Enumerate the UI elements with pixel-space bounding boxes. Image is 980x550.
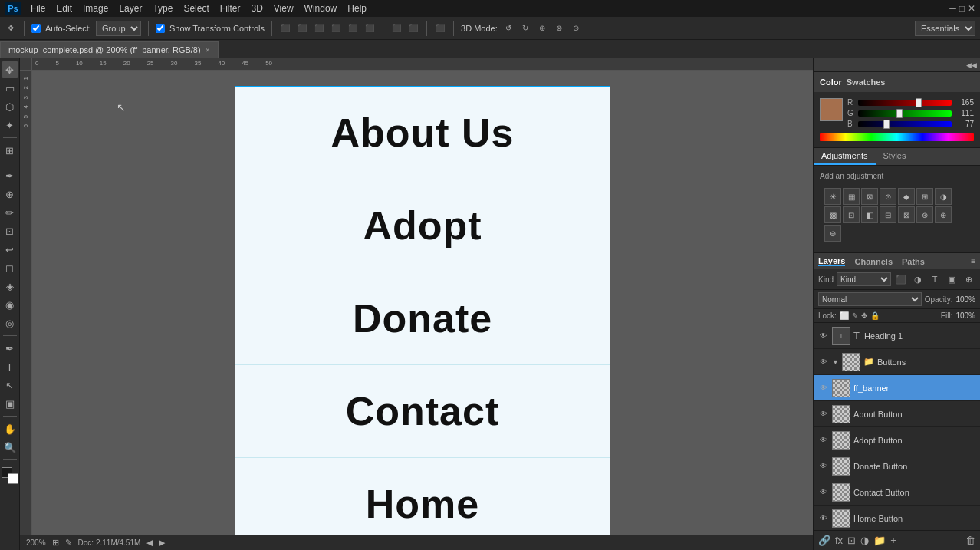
layer-vis-heading1[interactable]: 👁 — [818, 331, 829, 341]
maximize-btn[interactable]: □ — [959, 3, 965, 14]
main-color-swatch[interactable] — [820, 98, 843, 121]
styles-tab[interactable]: Styles — [876, 148, 914, 165]
lock-all-icon[interactable]: 🔒 — [870, 311, 880, 320]
r-slider[interactable] — [858, 100, 952, 106]
layer-vis-ff-banner[interactable]: 👁 — [818, 383, 829, 394]
tab-close-icon[interactable]: × — [206, 46, 210, 54]
filter-pixel-icon[interactable]: ⬛ — [894, 272, 908, 286]
adj-invert-icon[interactable]: ⊟ — [880, 206, 896, 223]
3d-rotate-icon[interactable]: ↺ — [502, 22, 515, 35]
3d-drag-icon[interactable]: ⊕ — [536, 22, 548, 35]
delete-layer-icon[interactable]: 🗑 — [965, 535, 975, 546]
menu-view[interactable]: View — [269, 2, 298, 15]
layer-fx-icon[interactable]: fx — [835, 535, 843, 546]
eyedropper-tool[interactable]: ✒ — [2, 167, 18, 184]
new-group-icon[interactable]: 📁 — [873, 535, 886, 546]
layer-vis-contact[interactable]: 👁 — [818, 487, 829, 498]
b-thumb[interactable] — [883, 120, 890, 129]
layer-vis-buttons[interactable]: 👁 — [818, 357, 829, 367]
prev-arrow[interactable]: ◀ — [146, 538, 153, 548]
adj-curves-icon[interactable]: ⊠ — [861, 188, 878, 205]
menu-type[interactable]: Type — [148, 2, 177, 15]
layer-vis-adopt[interactable]: 👁 — [818, 435, 829, 446]
adj-bw-icon[interactable]: ▩ — [824, 206, 841, 223]
adj-colorbalance-icon[interactable]: ◑ — [935, 188, 952, 205]
3d-roll-icon[interactable]: ↻ — [519, 22, 531, 35]
align-center-v-icon[interactable]: ⬛ — [347, 22, 359, 35]
filter-type-icon[interactable]: T — [928, 272, 942, 286]
adjustments-tab[interactable]: Adjustments — [814, 148, 876, 165]
hand-tool[interactable]: ✋ — [2, 420, 18, 437]
layer-ff-banner[interactable]: 👁 ff_banner — [814, 375, 980, 401]
type-tool[interactable]: T — [2, 358, 18, 375]
group-arrow-icon[interactable]: ▼ — [832, 358, 839, 366]
collapse-icon[interactable]: ◀◀ — [966, 61, 977, 69]
color-tab[interactable]: Color — [820, 77, 842, 87]
menu-window[interactable]: Window — [300, 2, 342, 15]
adj-exposure-icon[interactable]: ⊙ — [880, 188, 896, 205]
lock-image-icon[interactable]: ✎ — [852, 311, 858, 320]
b-slider[interactable] — [858, 121, 952, 127]
filter-adjust-icon[interactable]: ◑ — [911, 272, 925, 286]
status-icon-2[interactable]: ✎ — [65, 538, 72, 548]
g-thumb[interactable] — [896, 109, 903, 118]
menu-layer[interactable]: Layer — [114, 2, 146, 15]
dist-v-icon[interactable]: ⬛ — [407, 22, 419, 35]
auto-select-dropdown[interactable]: Group — [96, 21, 141, 36]
auto-select-checkbox[interactable] — [31, 24, 41, 33]
history-tool[interactable]: ↩ — [2, 241, 18, 258]
path-select-tool[interactable]: ↖ — [2, 377, 18, 394]
layer-link-icon[interactable]: 🔗 — [818, 535, 830, 546]
align-right-icon[interactable]: ⬛ — [313, 22, 325, 35]
menu-edit[interactable]: Edit — [51, 2, 77, 15]
brush-tool[interactable]: ✏ — [2, 204, 18, 221]
menu-filter[interactable]: Filter — [215, 2, 245, 15]
status-icon-1[interactable]: ⊞ — [52, 538, 59, 548]
adj-vibrance-icon[interactable]: ◆ — [898, 188, 915, 205]
lock-transparency-icon[interactable]: ⬜ — [840, 311, 849, 320]
add-mask-icon[interactable]: ⊡ — [847, 535, 856, 546]
menu-image[interactable]: Image — [78, 2, 113, 15]
layer-home-btn[interactable]: 👁 Home Button — [814, 506, 980, 530]
new-layer-icon[interactable]: + — [890, 535, 896, 546]
close-btn[interactable]: ✕ — [968, 3, 975, 14]
layer-vis-donate[interactable]: 👁 — [818, 461, 829, 472]
adj-photofilter-icon[interactable]: ⊡ — [843, 206, 860, 223]
next-arrow[interactable]: ▶ — [159, 538, 165, 548]
layers-panel-menu[interactable]: ≡ — [971, 257, 975, 265]
menu-help[interactable]: Help — [343, 2, 371, 15]
layer-vis-about[interactable]: 👁 — [818, 409, 829, 420]
adjustment-icon[interactable]: ◑ — [860, 535, 869, 546]
filter-smartobj-icon[interactable]: ⊕ — [962, 272, 975, 286]
r-thumb[interactable] — [916, 98, 922, 107]
color-swatches[interactable] — [2, 467, 18, 484]
paths-tab[interactable]: Paths — [902, 257, 925, 266]
crop-tool[interactable]: ⊞ — [2, 142, 18, 159]
canvas-scroll[interactable]: ↖ About Us Adopt Donate Contac — [32, 71, 813, 535]
adj-posterize-icon[interactable]: ⊠ — [898, 206, 915, 223]
document-tab[interactable]: mockup_complete.psd @ 200% (ff_banner, R… — [0, 41, 219, 58]
kind-select[interactable]: Kind — [837, 272, 891, 286]
adj-threshold-icon[interactable]: ⊛ — [916, 206, 933, 223]
layer-vis-home[interactable]: 👁 — [818, 513, 829, 524]
layer-buttons-group[interactable]: 👁 ▼ 📁 Buttons — [814, 349, 980, 375]
layer-donate-btn[interactable]: 👁 Donate Button — [814, 453, 980, 479]
align-top-icon[interactable]: ⬛ — [330, 22, 342, 35]
move-tool-icon[interactable]: ✥ — [5, 22, 17, 35]
zoom-tool[interactable]: 🔍 — [2, 439, 18, 456]
minimize-btn[interactable]: ─ — [949, 3, 956, 14]
menu-file[interactable]: File — [26, 2, 50, 15]
blend-mode-select[interactable]: Normal — [818, 292, 922, 306]
swatches-tab[interactable]: Swatches — [847, 77, 886, 87]
adj-brightness-icon[interactable]: ☀ — [824, 188, 841, 205]
color-spectrum[interactable] — [820, 133, 974, 141]
gradient-tool[interactable]: ◈ — [2, 278, 18, 295]
marquee-tool[interactable]: ▭ — [2, 80, 18, 97]
background-color[interactable] — [8, 473, 18, 484]
menu-3d[interactable]: 3D — [246, 2, 267, 15]
layers-tab[interactable]: Layers — [818, 256, 845, 266]
show-transform-checkbox[interactable] — [156, 24, 165, 33]
menu-select[interactable]: Select — [179, 2, 213, 15]
workspace-dropdown[interactable]: Essentials — [915, 21, 975, 36]
filter-shape-icon[interactable]: ▣ — [945, 272, 959, 286]
